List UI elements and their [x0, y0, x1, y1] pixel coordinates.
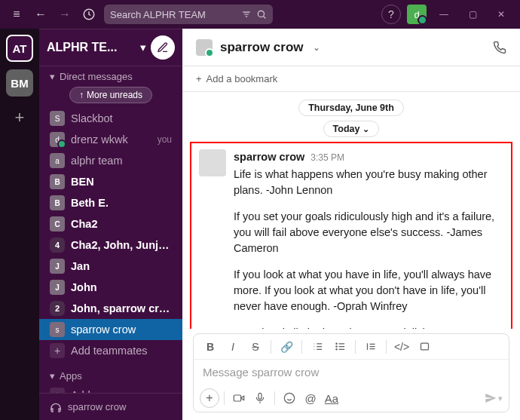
dm-john[interactable]: JJohn — [39, 277, 182, 298]
ordered-list-button[interactable] — [307, 337, 328, 357]
workspace-name: ALPHR TE... — [47, 41, 136, 54]
avatar: J — [50, 259, 65, 274]
link-button[interactable]: 🔗 — [276, 337, 297, 357]
titlebar: ≡ ← → ? d — ▢ ✕ — [0, 0, 520, 29]
window-maximize[interactable]: ▢ — [461, 3, 484, 26]
chevron-down-icon: ⌄ — [362, 124, 369, 134]
svg-point-2 — [335, 343, 336, 344]
dm-group-cha2[interactable]: 4Cha2, John, Junjun, ... — [39, 235, 182, 256]
add-teammates[interactable]: +Add teammates — [39, 340, 182, 361]
avatar-count: 4 — [50, 238, 65, 253]
composer-input[interactable]: Message sparrow crow — [194, 360, 509, 385]
dm-sparrow-crow[interactable]: ssparrow crow — [39, 319, 182, 340]
video-button[interactable] — [229, 388, 249, 408]
dm-jan[interactable]: JJan — [39, 256, 182, 277]
call-button[interactable] — [493, 41, 506, 54]
chevron-down-icon[interactable]: ⌄ — [313, 42, 320, 53]
avatar: d — [50, 132, 65, 147]
avatar: S — [50, 111, 65, 126]
highlighted-message-box: sparrow crow 3:35 PM Life is what happen… — [190, 142, 512, 329]
composer-actions: + @ Aa ▾ — [194, 385, 509, 412]
user-avatar[interactable]: d — [407, 5, 427, 24]
bullet-list-button[interactable] — [329, 337, 350, 357]
avatar: B — [50, 174, 65, 189]
avatar: C — [50, 216, 65, 231]
window-minimize[interactable]: — — [433, 3, 455, 26]
sidebar: ALPHR TE... ▾ ▾ Direct messages ↑ More u… — [39, 29, 182, 420]
blockquote-button[interactable] — [360, 337, 381, 357]
dm-cha2[interactable]: CCha2 — [39, 213, 182, 235]
italic-button[interactable]: I — [222, 337, 243, 357]
main-pane: sparrow crow ⌄ + Add a bookmark Thursday… — [182, 29, 520, 420]
section-direct-messages[interactable]: ▾ Direct messages — [39, 68, 182, 85]
message-text: If you set your goals ridiculously high … — [234, 209, 503, 256]
message-time: 3:35 PM — [310, 152, 344, 164]
svg-point-3 — [335, 346, 336, 347]
nav-back[interactable]: ← — [32, 5, 50, 23]
strike-button[interactable]: S — [245, 337, 266, 357]
svg-rect-6 — [234, 395, 240, 401]
search-icon[interactable] — [256, 9, 267, 20]
compose-button[interactable] — [151, 35, 175, 60]
channel-header: sparrow crow ⌄ — [182, 29, 520, 66]
history-button[interactable] — [80, 5, 98, 23]
plus-icon: + — [50, 343, 65, 358]
window-close[interactable]: ✕ — [490, 3, 512, 26]
attach-button[interactable]: + — [200, 388, 219, 408]
search-input[interactable] — [110, 9, 237, 20]
message-author[interactable]: sparrow crow — [234, 149, 304, 165]
menu-button[interactable]: ≡ — [8, 5, 26, 23]
bookmark-bar[interactable]: + Add a bookmark — [182, 66, 520, 92]
audio-button[interactable] — [250, 388, 270, 408]
formatting-toolbar: B I S 🔗 </> — [194, 334, 509, 360]
search-box[interactable] — [104, 5, 273, 24]
svg-point-1 — [258, 11, 264, 17]
chevron-down-icon: ▾ — [140, 41, 146, 54]
dm-alphr-team[interactable]: aalphr team — [39, 150, 182, 171]
section-apps[interactable]: ▾ Apps — [39, 367, 182, 385]
bold-button[interactable]: B — [200, 337, 221, 357]
message-avatar[interactable] — [199, 149, 226, 176]
filter-icon[interactable] — [241, 9, 252, 20]
message-text: Your time is limited, so don't waste it … — [234, 325, 503, 329]
composer: B I S 🔗 </> Message sparrow crow + — [193, 333, 509, 412]
dm-group-john[interactable]: 2John, sparrow crow — [39, 298, 182, 319]
avatar: a — [50, 153, 65, 168]
help-button[interactable]: ? — [381, 5, 401, 24]
workspace-other[interactable]: BM — [6, 69, 33, 97]
svg-rect-7 — [258, 393, 262, 399]
dm-ben[interactable]: BBEN — [39, 171, 182, 192]
dm-self[interactable]: ddrenz wkwkyou — [39, 129, 182, 150]
avatar: s — [50, 322, 65, 337]
channel-name[interactable]: sparrow crow — [220, 40, 304, 55]
huddle-bar[interactable]: sparrow crow — [39, 393, 182, 420]
mention-button[interactable]: @ — [301, 388, 320, 408]
message-text: Life is what happens when you're busy ma… — [234, 167, 503, 198]
message-text: If you look at what you have in life, yo… — [234, 267, 503, 314]
svg-point-8 — [284, 393, 294, 403]
avatar: J — [50, 280, 65, 295]
date-divider-prev[interactable]: Thursday, June 9th — [298, 100, 404, 116]
avatar: B — [50, 195, 65, 210]
plus-icon: + — [50, 388, 65, 393]
dm-slackbot[interactable]: SSlackbot — [39, 108, 182, 129]
nav-forward[interactable]: → — [56, 5, 74, 23]
svg-point-4 — [335, 349, 336, 350]
emoji-button[interactable] — [280, 388, 299, 408]
message: sparrow crow 3:35 PM Life is what happen… — [199, 149, 503, 329]
more-unreads-pill[interactable]: ↑ More unreads — [69, 87, 152, 103]
workspace-current[interactable]: AT — [6, 35, 33, 62]
sidebar-header[interactable]: ALPHR TE... ▾ — [39, 29, 182, 66]
codeblock-button[interactable] — [414, 337, 435, 357]
svg-rect-5 — [421, 343, 428, 350]
code-button[interactable]: </> — [391, 337, 412, 357]
avatar-count: 2 — [50, 301, 65, 316]
dm-beth[interactable]: BBeth E. — [39, 192, 182, 213]
workspace-add[interactable]: + — [6, 104, 33, 131]
add-apps[interactable]: +Add apps — [39, 385, 182, 393]
send-button[interactable]: ▾ — [485, 392, 503, 404]
date-divider-today[interactable]: Today ⌄ — [323, 121, 380, 137]
format-toggle[interactable]: Aa — [322, 388, 341, 408]
headphones-icon — [50, 401, 62, 413]
workspace-rail: AT BM + — [0, 29, 39, 420]
